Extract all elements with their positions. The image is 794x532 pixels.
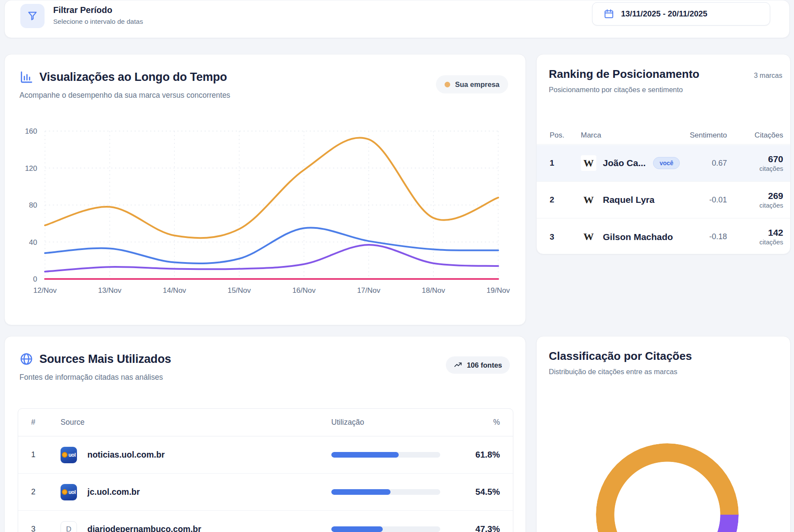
usage-pct: 47.3% bbox=[452, 524, 500, 532]
date-range-picker[interactable]: 13/11/2025 - 20/11/2025 bbox=[592, 2, 770, 26]
col-rank: # bbox=[31, 418, 61, 427]
y-tick: 0 bbox=[33, 275, 37, 283]
rank-position: 1 bbox=[550, 158, 581, 168]
sources-table: # Source Utilização % 1uolnoticias.uol.c… bbox=[18, 408, 513, 532]
col-usage: Utilização bbox=[331, 418, 452, 427]
ranking-row[interactable]: 1WJoão Ca...você0.67670citações bbox=[537, 145, 790, 182]
y-tick: 80 bbox=[29, 201, 37, 209]
y-tick: 160 bbox=[25, 127, 37, 135]
source-row[interactable]: 2uoljc.uol.com.br54.5% bbox=[18, 474, 513, 511]
uol-favicon: uol bbox=[61, 484, 77, 500]
citations-value: 142 bbox=[768, 227, 783, 238]
filter-period-bar: Filtrar Período Selecione o intervalo de… bbox=[4, 0, 790, 38]
usage-bar-fill bbox=[331, 489, 391, 495]
source-domain: diariodepernambuco.com.br bbox=[87, 524, 201, 532]
source-rank: 2 bbox=[31, 487, 61, 497]
sources-count-label: 106 fontes bbox=[467, 361, 502, 369]
ranking-card: Ranking de Posicionamento 3 marcas Posic… bbox=[536, 54, 791, 254]
usage-bar-track bbox=[331, 452, 440, 458]
source-domain: jc.uol.com.br bbox=[87, 487, 140, 497]
col-brand: Marca bbox=[581, 131, 675, 140]
sources-title: Sources Mais Utilizados bbox=[39, 353, 171, 366]
ranking-title: Ranking de Posicionamento bbox=[549, 67, 699, 81]
globe-icon bbox=[19, 352, 33, 366]
letter-favicon: D bbox=[61, 521, 77, 532]
sources-rows: 1uolnoticias.uol.com.br61.8%2uoljc.uol.c… bbox=[18, 436, 513, 532]
x-tick: 13/Nov bbox=[98, 286, 122, 295]
x-tick: 17/Nov bbox=[357, 286, 381, 295]
source-rank: 1 bbox=[31, 450, 61, 459]
filter-period-subtitle: Selecione o intervalo de datas bbox=[53, 18, 143, 26]
wikipedia-favicon: W bbox=[581, 192, 596, 208]
ranking-row[interactable]: 3WGilson Machado-0.18142citações bbox=[537, 218, 790, 254]
filter-icon-box bbox=[20, 4, 45, 28]
citations-value: 269 bbox=[768, 190, 783, 202]
uol-favicon: uol bbox=[61, 447, 77, 463]
date-range-value: 13/11/2025 - 20/11/2025 bbox=[621, 9, 708, 19]
series-Sua empresa bbox=[45, 138, 498, 238]
sources-subtitle: Fontes de informação citadas nas análise… bbox=[19, 373, 163, 382]
citations-value: 670 bbox=[768, 154, 783, 165]
x-tick: 12/Nov bbox=[33, 286, 57, 295]
x-tick: 19/Nov bbox=[487, 286, 510, 295]
line-chart: 0408012016012/Nov13/Nov14/Nov15/Nov16/No… bbox=[5, 54, 526, 326]
brand-name: Raquel Lyra bbox=[603, 195, 654, 205]
sources-table-header: # Source Utilização % bbox=[18, 409, 513, 436]
sentiment-value: -0.01 bbox=[675, 195, 727, 205]
x-tick: 15/Nov bbox=[227, 286, 251, 295]
citations-label: citações bbox=[759, 165, 783, 173]
source-rank: 3 bbox=[31, 525, 61, 532]
x-tick: 16/Nov bbox=[292, 286, 316, 295]
source-row[interactable]: 3Ddiariodepernambuco.com.br47.3% bbox=[18, 511, 513, 532]
source-row[interactable]: 1uolnoticias.uol.com.br61.8% bbox=[18, 436, 513, 474]
citations-donut-card: Classificação por Citações Distribuição … bbox=[536, 336, 791, 532]
col-citations: Citações bbox=[727, 131, 783, 140]
ranking-table-header: Pos. Marca Sentimento Citações bbox=[537, 126, 790, 144]
x-tick: 14/Nov bbox=[163, 286, 186, 295]
citations-label: citações bbox=[759, 202, 783, 210]
usage-bar-fill bbox=[331, 452, 399, 458]
series-concorrente-azul bbox=[45, 228, 498, 263]
col-pct: % bbox=[452, 418, 500, 427]
y-tick: 120 bbox=[25, 164, 37, 173]
filter-period-title: Filtrar Período bbox=[53, 5, 112, 15]
usage-pct: 61.8% bbox=[452, 450, 500, 460]
rank-position: 3 bbox=[550, 232, 581, 242]
sources-card: Sources Mais Utilizados Fontes de inform… bbox=[4, 336, 526, 532]
donut-subtitle: Distribuição de citações entre as marcas bbox=[549, 368, 677, 376]
brand-count-badge: 3 marcas bbox=[754, 72, 782, 80]
calendar-icon bbox=[604, 9, 614, 19]
usage-bar-track bbox=[331, 489, 440, 495]
rank-position: 2 bbox=[550, 195, 581, 205]
col-source: Source bbox=[61, 418, 331, 427]
sources-count-badge: 106 fontes bbox=[446, 356, 510, 374]
usage-pct: 54.5% bbox=[452, 487, 500, 497]
brand-name: João Ca... bbox=[603, 158, 646, 168]
x-tick: 18/Nov bbox=[422, 286, 445, 295]
donut-title: Classificação por Citações bbox=[549, 349, 692, 363]
source-domain: noticias.uol.com.br bbox=[87, 450, 165, 460]
sentiment-value: 0.67 bbox=[675, 159, 727, 168]
wikipedia-favicon: W bbox=[581, 155, 596, 171]
usage-bar-fill bbox=[331, 526, 383, 532]
usage-bar-track bbox=[331, 526, 440, 532]
ranking-subtitle: Posicionamento por citações e sentimento bbox=[549, 86, 683, 94]
col-pos: Pos. bbox=[550, 131, 581, 140]
citations-donut-chart bbox=[596, 443, 739, 532]
brand-name: Gilson Machado bbox=[603, 232, 673, 242]
trending-up-icon bbox=[454, 361, 462, 369]
views-over-time-card: Visualizações ao Longo do Tempo Acompanh… bbox=[4, 54, 526, 325]
funnel-icon bbox=[27, 10, 38, 22]
sentiment-value: -0.18 bbox=[675, 232, 727, 241]
ranking-row[interactable]: 2WRaquel Lyra-0.01269citações bbox=[537, 182, 790, 218]
wikipedia-favicon: W bbox=[581, 229, 596, 245]
y-tick: 40 bbox=[29, 238, 37, 247]
citations-label: citações bbox=[759, 238, 783, 247]
col-sentiment: Sentimento bbox=[675, 131, 727, 140]
ranking-rows: 1WJoão Ca...você0.67670citações2WRaquel … bbox=[537, 145, 790, 254]
